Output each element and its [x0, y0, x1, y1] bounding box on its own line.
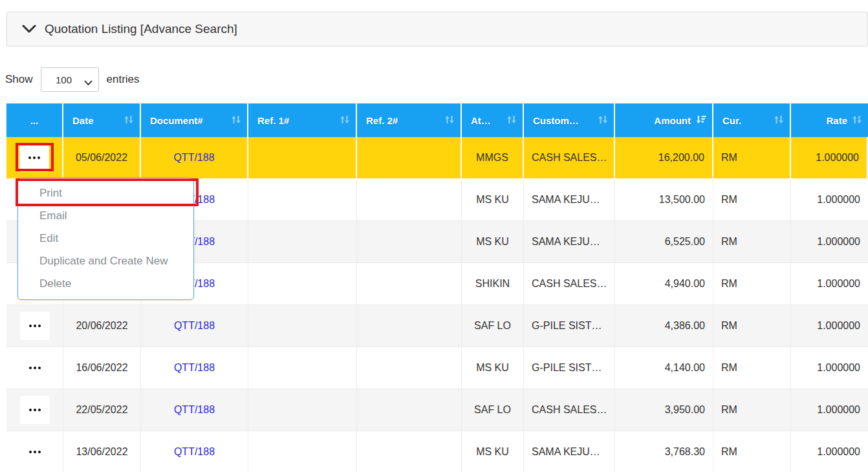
cell-date: 20/06/2022	[63, 305, 141, 347]
table-row[interactable]: 16/06/2022 QTT/188 MS KU G-PILE SIST… 4,…	[6, 347, 868, 389]
row-actions-button[interactable]	[20, 312, 50, 340]
cell-rate: 1.000000	[791, 347, 868, 389]
cell-rate: 1.000000	[791, 431, 868, 472]
cell-amount: 6,525.00	[615, 221, 713, 263]
row-actions-button[interactable]	[20, 438, 50, 466]
column-header-label: Ref. 1#	[257, 115, 289, 126]
cell-customer: SAMA KEJU…	[524, 431, 615, 472]
sort-icon	[231, 114, 241, 127]
menu-item-delete[interactable]: Delete	[18, 273, 193, 295]
column-header[interactable]: Ref. 2#	[357, 103, 462, 137]
sort-descending-icon	[695, 114, 706, 127]
column-header[interactable]: Document#	[141, 103, 248, 137]
cell-customer: CASH SALES…	[524, 263, 615, 305]
cell-date: 05/06/2022	[63, 137, 141, 178]
document-link[interactable]: QTT/188	[174, 320, 215, 332]
cell-attention: SAF LO	[462, 389, 524, 431]
column-header[interactable]: Date	[63, 103, 141, 137]
column-header[interactable]: Cur.	[713, 103, 791, 137]
cell-ref1	[248, 347, 357, 389]
table-row[interactable]: 05/06/2022 QTT/188 MMGS CASH SALES… 16,2…	[6, 137, 868, 179]
column-header-label: Amount	[654, 115, 691, 126]
row-actions-button[interactable]	[19, 144, 49, 172]
cell-currency: RM	[713, 431, 791, 472]
cell-attention: MMGS	[462, 137, 524, 178]
page-size-select[interactable]: 100	[41, 67, 99, 92]
row-actions-button[interactable]	[20, 396, 50, 424]
cell-ref1	[248, 431, 357, 472]
column-header-label: Custom…	[533, 115, 579, 126]
column-header[interactable]: At…	[462, 103, 524, 137]
cell-currency: RM	[713, 221, 791, 263]
row-actions-context-menu: Print Email Edit Duplicate and Create Ne…	[17, 177, 194, 300]
sort-icon	[598, 114, 608, 127]
column-header-label: Rate	[826, 115, 847, 126]
table-header-row: ... Date Document# Ref. 1#	[6, 103, 868, 137]
cell-customer: SAMA KEJU…	[524, 179, 615, 220]
document-link[interactable]: QTT/188	[174, 362, 215, 374]
select-chevron-icon	[84, 77, 92, 88]
column-header[interactable]: Ref. 1#	[248, 103, 357, 137]
column-header[interactable]: ...	[6, 103, 63, 137]
cell-amount: 13,500.00	[615, 179, 713, 220]
column-header[interactable]: Rate	[791, 103, 868, 137]
column-header-label: Date	[72, 115, 94, 126]
sort-icon	[444, 114, 455, 127]
cell-date: 13/06/2022	[63, 431, 141, 472]
cell-amount: 3,950.00	[615, 389, 713, 431]
cell-ref2	[357, 305, 462, 347]
cell-amount: 16,200.00	[615, 137, 713, 178]
cell-customer: G-PILE SIST…	[524, 305, 615, 347]
cell-ref2	[357, 263, 462, 305]
menu-item-email[interactable]: Email	[18, 204, 193, 227]
column-header[interactable]: Amount	[615, 103, 713, 137]
cell-currency: RM	[713, 263, 791, 305]
sort-icon	[506, 114, 517, 127]
cell-currency: RM	[713, 389, 791, 431]
entries-label: entries	[107, 73, 140, 86]
cell-amount: 3,768.30	[615, 431, 713, 472]
cell-date: 22/05/2022	[63, 389, 141, 431]
cell-rate: 1.000000	[791, 263, 868, 305]
cell-rate: 1.000000	[791, 389, 868, 431]
cell-ref1	[248, 221, 357, 263]
cell-ref1	[248, 263, 357, 305]
table-row[interactable]: 20/06/2022 QTT/188 SAF LO G-PILE SIST… 4…	[6, 305, 868, 347]
cell-amount: 4,140.00	[615, 347, 713, 389]
column-header[interactable]: Custom…	[524, 103, 615, 137]
cell-customer: CASH SALES…	[524, 389, 615, 431]
sort-icon	[852, 114, 862, 127]
table-row[interactable]: 13/06/2022 QTT/188 MS KU SAMA KEJU… 3,76…	[6, 431, 868, 472]
cell-ref2	[357, 347, 462, 389]
column-header-label: ...	[30, 115, 39, 126]
document-link[interactable]: QTT/188	[174, 404, 215, 416]
cell-customer: G-PILE SIST…	[524, 347, 615, 389]
cell-currency: RM	[713, 179, 791, 220]
menu-item-print[interactable]: Print	[18, 182, 193, 204]
cell-ref1	[248, 389, 357, 431]
document-link[interactable]: QTT/188	[173, 152, 214, 164]
cell-attention: MS KU	[462, 347, 524, 389]
table-row[interactable]: 22/05/2022 QTT/188 SAF LO CASH SALES… 3,…	[6, 389, 868, 431]
cell-ref1	[248, 305, 357, 347]
sort-icon	[124, 114, 134, 127]
cell-rate: 1.000000	[791, 305, 868, 347]
quotation-listing-panel-header[interactable]: Quotation Listing [Advance Search]	[6, 12, 868, 47]
cell-rate: 1.000000	[791, 179, 868, 220]
column-header-label: At…	[471, 115, 491, 126]
column-header-label: Document#	[150, 115, 203, 126]
cell-customer: CASH SALES…	[524, 137, 615, 178]
cell-currency: RM	[713, 305, 791, 347]
show-label: Show	[5, 73, 33, 86]
cell-ref2	[357, 431, 462, 472]
row-actions-button[interactable]	[20, 354, 50, 382]
cell-ref2	[357, 389, 462, 431]
page-title: Quotation Listing [Advance Search]	[45, 22, 237, 36]
document-link[interactable]: QTT/188	[174, 446, 215, 458]
cell-rate: 1.000000	[791, 137, 868, 178]
cell-ref1	[248, 137, 357, 178]
cell-amount: 4,940.00	[615, 263, 713, 305]
column-header-label: Ref. 2#	[366, 115, 398, 126]
menu-item-edit[interactable]: Edit	[18, 227, 193, 250]
menu-item-duplicate-and-create-new[interactable]: Duplicate and Create New	[18, 250, 193, 273]
